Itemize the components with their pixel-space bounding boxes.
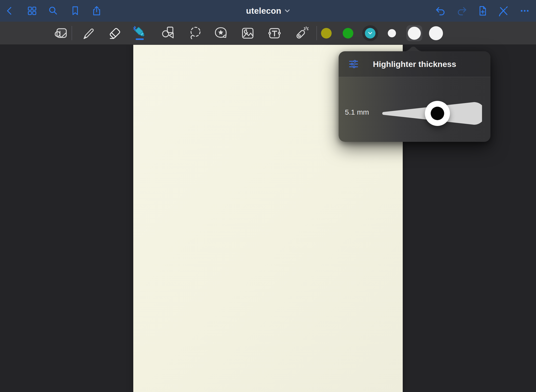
tool-pen[interactable] — [78, 22, 98, 45]
pen-cross-icon — [498, 5, 509, 16]
document-title[interactable]: utelecon — [246, 6, 281, 16]
thickness-small-dot — [388, 29, 396, 37]
tool-shapes[interactable] — [158, 22, 178, 45]
thickness-preset-medium-selected[interactable] — [404, 22, 424, 45]
eraser-icon — [108, 26, 122, 40]
tool-image[interactable] — [238, 22, 258, 45]
bookmark-button[interactable] — [66, 0, 84, 22]
selected-thickness-highlight — [406, 25, 422, 41]
undo-icon — [435, 5, 446, 16]
more-options-button[interactable] — [516, 0, 534, 22]
highlighter-icon — [133, 26, 147, 41]
olive-color-swatch — [321, 28, 332, 39]
thumbnails-button[interactable] — [23, 0, 41, 22]
popover-body: 5.1 mm — [339, 77, 490, 142]
sticker-icon — [214, 26, 228, 40]
add-page-button[interactable] — [474, 0, 492, 22]
title-chevron-down-icon[interactable] — [285, 9, 290, 13]
thickness-preset-small[interactable] — [382, 22, 402, 45]
search-icon — [47, 5, 59, 16]
selected-color-ring — [362, 25, 378, 41]
thickness-value-label: 5.1 mm — [345, 108, 381, 116]
swatch-chevron-down-icon — [368, 32, 372, 35]
color-swatch-teal-selected[interactable] — [360, 22, 380, 45]
thumbnails-grid-icon — [27, 5, 38, 16]
bluetooth-badge-icon — [134, 26, 136, 30]
top-navigation-bar: utelecon — [0, 0, 536, 22]
back-icon — [4, 6, 15, 16]
add-page-icon — [477, 5, 488, 16]
image-icon — [241, 26, 255, 40]
back-button[interactable] — [0, 0, 19, 22]
pen-mode-toggle-button[interactable] — [494, 0, 512, 22]
laser-pointer-icon — [295, 26, 308, 40]
thickness-preset-large[interactable] — [426, 22, 446, 45]
shapes-icon — [161, 26, 175, 40]
search-button[interactable] — [44, 0, 62, 22]
color-swatch-olive[interactable] — [316, 22, 336, 45]
green-color-swatch — [343, 28, 353, 39]
sliders-icon — [349, 59, 359, 69]
toolbar-divider — [72, 26, 72, 40]
tool-text[interactable] — [264, 22, 285, 45]
thickness-medium-dot — [408, 27, 421, 40]
share-button[interactable] — [87, 0, 106, 22]
bookmark-icon — [70, 5, 81, 16]
tool-bar — [0, 22, 536, 45]
tool-zoom-window[interactable] — [51, 22, 71, 45]
more-ellipsis-icon — [519, 5, 530, 16]
tool-laser-pointer[interactable] — [291, 22, 312, 45]
undo-button[interactable] — [431, 0, 450, 22]
popover-title: Highlighter thickness — [339, 59, 490, 69]
color-swatch-green[interactable] — [338, 22, 358, 45]
text-icon — [268, 26, 281, 40]
lasso-icon — [188, 26, 202, 40]
goodnotes-window: utelecon — [0, 0, 536, 392]
redo-button[interactable] — [453, 0, 471, 22]
thickness-slider-thumb-dot — [431, 107, 444, 120]
teal-color-swatch — [365, 28, 375, 39]
thickness-large-dot — [429, 26, 443, 40]
redo-icon — [456, 5, 467, 16]
tool-lasso[interactable] — [185, 22, 205, 45]
thickness-slider-thumb[interactable] — [425, 101, 450, 126]
popover-arrow — [402, 46, 424, 52]
share-icon — [91, 5, 102, 16]
zoom-window-icon — [54, 26, 68, 40]
popover-header: Highlighter thickness — [339, 51, 490, 77]
highlighter-thickness-popover: Highlighter thickness 5.1 mm — [339, 51, 490, 142]
tool-highlighter[interactable] — [130, 22, 150, 45]
tool-eraser[interactable] — [105, 22, 125, 45]
tool-sticker[interactable] — [211, 22, 231, 45]
pen-icon — [81, 26, 95, 40]
